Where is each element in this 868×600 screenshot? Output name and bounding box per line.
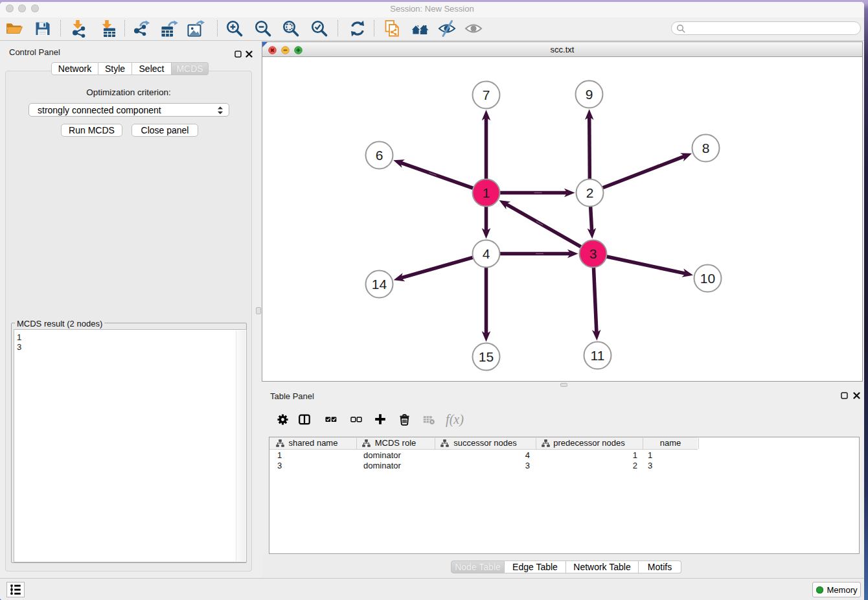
edge-2-8[interactable] xyxy=(603,153,692,187)
table-cell[interactable]: 1 xyxy=(643,450,698,461)
criterion-select[interactable]: strongly connected component xyxy=(29,103,229,117)
zoom-fit-button[interactable] xyxy=(281,19,301,38)
edge-1-4[interactable] xyxy=(482,207,491,239)
node-9[interactable]: 9 xyxy=(576,81,603,108)
task-history-button[interactable] xyxy=(6,582,25,597)
edge-4-14[interactable] xyxy=(394,257,473,281)
tab-edge-table[interactable]: Edge Table xyxy=(505,560,566,573)
window-title: Session: New Session xyxy=(0,4,864,14)
table-cell[interactable]: 3 xyxy=(270,461,356,471)
export-image-button[interactable] xyxy=(186,19,205,38)
select-all-button[interactable] xyxy=(323,408,339,430)
node-6[interactable]: 6 xyxy=(366,142,393,169)
close-table-panel-button[interactable] xyxy=(853,390,860,402)
column-separator[interactable] xyxy=(643,438,643,449)
edge-3-1[interactable] xyxy=(499,200,580,247)
save-session-button[interactable] xyxy=(33,19,52,38)
node-7[interactable]: 7 xyxy=(473,82,500,109)
node-11[interactable]: 11 xyxy=(584,342,611,369)
column-header-predecessor-nodes[interactable]: predecessor nodes xyxy=(536,437,643,449)
zoom-out-button[interactable] xyxy=(253,19,273,38)
zoom-in-button[interactable] xyxy=(225,19,244,38)
edge-3-10[interactable] xyxy=(607,257,693,277)
table-cell[interactable]: dominator xyxy=(356,450,435,461)
first-neighbors-button[interactable] xyxy=(410,19,429,38)
edge-3-11[interactable] xyxy=(592,268,601,341)
table-cell[interactable]: 2 xyxy=(536,461,643,471)
memory-button[interactable]: Memory xyxy=(812,582,861,597)
zoom-selected-button[interactable] xyxy=(310,19,329,38)
import-table-button[interactable] xyxy=(98,19,117,38)
select-arrows-icon xyxy=(217,106,223,115)
column-settings-button[interactable] xyxy=(274,408,291,430)
tab-network-table[interactable]: Network Table xyxy=(566,560,639,573)
node-3[interactable]: 3 xyxy=(580,240,607,268)
edge-1-6[interactable] xyxy=(393,159,473,188)
task-list-icon xyxy=(9,584,22,595)
table-cell[interactable]: 1 xyxy=(270,450,356,461)
export-table-button[interactable] xyxy=(159,19,179,38)
edge-1-2[interactable] xyxy=(500,189,575,198)
table-cell[interactable]: dominator xyxy=(356,461,435,471)
toolbar-separator xyxy=(337,20,338,36)
tab-network[interactable]: Network xyxy=(51,62,98,75)
column-header-shared-name[interactable]: shared name xyxy=(270,437,356,449)
open-session-button[interactable] xyxy=(5,19,24,38)
edge-1-7[interactable] xyxy=(482,110,491,179)
node-10[interactable]: 10 xyxy=(694,265,722,292)
run-mcds-button[interactable]: Run MCDS xyxy=(61,124,122,137)
column-separator[interactable] xyxy=(698,438,699,449)
show-all-button[interactable] xyxy=(464,19,483,38)
tab-node-table[interactable]: Node Table xyxy=(451,560,505,573)
close-panel-button[interactable] xyxy=(246,49,253,60)
mcds-result-textarea[interactable]: 1 3 xyxy=(14,329,247,562)
close-panel-action-button[interactable]: Close panel xyxy=(131,124,198,137)
table-cell[interactable]: 1 xyxy=(536,450,643,461)
node-table[interactable]: shared nameMCDS rolesuccessor nodesprede… xyxy=(269,437,860,554)
column-separator[interactable] xyxy=(536,438,536,449)
edge-2-9[interactable] xyxy=(585,109,594,179)
zoom-in-icon xyxy=(225,19,244,38)
unselect-all-button[interactable] xyxy=(348,408,365,430)
import-network-button[interactable] xyxy=(69,19,89,38)
delete-row-button[interactable] xyxy=(396,408,413,430)
function-builder-button[interactable]: f(x) xyxy=(444,408,466,430)
mcds-result-group: MCDS result (2 nodes) 1 3 xyxy=(11,323,247,563)
tab-motifs[interactable]: Motifs xyxy=(639,560,681,573)
apply-layout-button[interactable] xyxy=(348,19,367,38)
vertical-splitter-handle[interactable] xyxy=(256,307,261,314)
node-8[interactable]: 8 xyxy=(692,135,720,162)
node-1[interactable]: 1 xyxy=(473,179,500,207)
tab-style[interactable]: Style xyxy=(98,62,132,75)
node-14[interactable]: 14 xyxy=(366,271,393,298)
result-scrollbar[interactable] xyxy=(236,330,246,561)
edge-2-3[interactable] xyxy=(588,207,597,239)
network-graph-canvas[interactable]: 1234678910111415 xyxy=(263,57,862,381)
column-header-successor-nodes[interactable]: successor nodes xyxy=(435,437,536,449)
tab-mcds[interactable]: MCDS xyxy=(172,62,209,75)
split-panel-button[interactable] xyxy=(296,408,313,430)
tab-select[interactable]: Select xyxy=(132,62,172,75)
new-network-from-selection-button[interactable] xyxy=(382,19,402,38)
table-cell[interactable]: 3 xyxy=(435,461,536,471)
column-header-MCDS-role[interactable]: MCDS role xyxy=(356,437,435,449)
search-input[interactable] xyxy=(687,23,855,35)
node-2[interactable]: 2 xyxy=(577,179,604,207)
table-cell[interactable]: 3 xyxy=(643,461,698,471)
column-separator[interactable] xyxy=(435,438,435,449)
edge-4-15[interactable] xyxy=(482,268,491,342)
toolbar-separator xyxy=(374,20,374,36)
float-table-panel-button[interactable] xyxy=(841,390,848,402)
column-header-name[interactable]: name xyxy=(643,437,698,449)
add-row-button[interactable] xyxy=(372,408,389,430)
hide-selected-button[interactable] xyxy=(437,19,457,38)
float-panel-button[interactable] xyxy=(234,49,242,60)
delete-table-button[interactable] xyxy=(420,408,437,430)
horizontal-splitter-handle[interactable] xyxy=(560,383,567,387)
edge-4-3[interactable] xyxy=(500,249,578,259)
export-network-button[interactable] xyxy=(131,19,151,38)
table-cell[interactable]: 4 xyxy=(435,450,536,461)
column-separator[interactable] xyxy=(356,438,357,449)
node-15[interactable]: 15 xyxy=(473,343,500,371)
node-4[interactable]: 4 xyxy=(473,240,500,268)
